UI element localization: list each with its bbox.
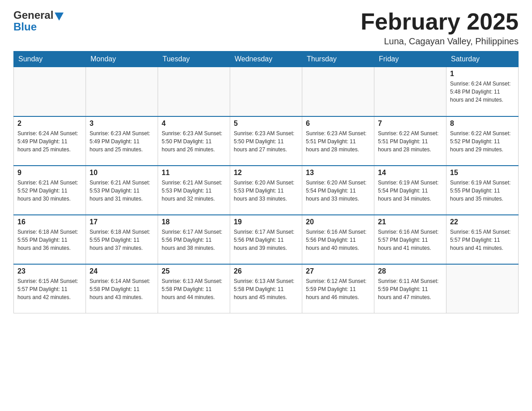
day-number: 11 [162,169,226,177]
column-header-wednesday: Wednesday [230,51,302,67]
logo-triangle-icon [55,13,64,21]
calendar-week-row: 9Sunrise: 6:21 AM Sunset: 5:52 PM Daylig… [14,166,519,215]
calendar-day-cell: 28Sunrise: 6:11 AM Sunset: 5:59 PM Dayli… [374,264,446,313]
calendar-day-cell: 12Sunrise: 6:20 AM Sunset: 5:53 PM Dayli… [230,166,302,215]
day-number: 12 [234,169,298,177]
day-info: Sunrise: 6:19 AM Sunset: 5:55 PM Dayligh… [450,179,515,203]
column-header-sunday: Sunday [14,51,86,67]
column-header-monday: Monday [86,51,158,67]
calendar-day-cell [302,67,374,116]
day-number: 15 [450,169,515,177]
calendar-table: SundayMondayTuesdayWednesdayThursdayFrid… [13,51,519,313]
calendar-day-cell [446,264,519,313]
calendar-week-row: 2Sunrise: 6:24 AM Sunset: 5:49 PM Daylig… [14,116,519,166]
day-info: Sunrise: 6:11 AM Sunset: 5:59 PM Dayligh… [378,277,442,301]
day-info: Sunrise: 6:16 AM Sunset: 5:56 PM Dayligh… [306,228,370,252]
day-number: 1 [450,70,515,78]
day-info: Sunrise: 6:17 AM Sunset: 5:56 PM Dayligh… [234,228,298,252]
day-info: Sunrise: 6:23 AM Sunset: 5:50 PM Dayligh… [234,129,298,154]
calendar-subtitle: Luna, Cagayan Valley, Philippines [360,36,519,47]
day-info: Sunrise: 6:20 AM Sunset: 5:53 PM Dayligh… [234,179,298,203]
day-number: 28 [378,267,442,275]
calendar-day-cell: 8Sunrise: 6:22 AM Sunset: 5:52 PM Daylig… [446,116,519,166]
day-number: 2 [17,120,82,128]
calendar-day-cell [374,67,446,116]
day-number: 7 [378,120,442,128]
day-info: Sunrise: 6:15 AM Sunset: 5:57 PM Dayligh… [450,228,515,252]
calendar-day-cell [230,67,302,116]
day-info: Sunrise: 6:16 AM Sunset: 5:57 PM Dayligh… [378,228,442,252]
day-info: Sunrise: 6:21 AM Sunset: 5:53 PM Dayligh… [162,179,226,203]
calendar-day-cell: 1Sunrise: 6:24 AM Sunset: 5:48 PM Daylig… [446,67,519,116]
day-info: Sunrise: 6:24 AM Sunset: 5:49 PM Dayligh… [17,129,82,154]
day-number: 23 [17,267,82,275]
day-info: Sunrise: 6:22 AM Sunset: 5:52 PM Dayligh… [450,129,515,154]
day-number: 13 [306,169,370,177]
logo: General Blue [13,9,64,33]
day-number: 4 [162,120,226,128]
calendar-day-cell: 15Sunrise: 6:19 AM Sunset: 5:55 PM Dayli… [446,166,519,215]
calendar-day-cell [14,67,86,116]
calendar-day-cell: 18Sunrise: 6:17 AM Sunset: 5:56 PM Dayli… [158,215,230,264]
calendar-day-cell: 5Sunrise: 6:23 AM Sunset: 5:50 PM Daylig… [230,116,302,166]
day-info: Sunrise: 6:17 AM Sunset: 5:56 PM Dayligh… [162,228,226,252]
calendar-day-cell: 25Sunrise: 6:13 AM Sunset: 5:58 PM Dayli… [158,264,230,313]
day-number: 19 [234,218,298,226]
day-number: 26 [234,267,298,275]
logo-blue-text: Blue [13,21,64,33]
calendar-day-cell: 6Sunrise: 6:23 AM Sunset: 5:51 PM Daylig… [302,116,374,166]
day-info: Sunrise: 6:18 AM Sunset: 5:55 PM Dayligh… [17,228,82,252]
calendar-header-row: SundayMondayTuesdayWednesdayThursdayFrid… [14,51,519,67]
calendar-title: February 2025 [360,9,519,34]
day-info: Sunrise: 6:13 AM Sunset: 5:58 PM Dayligh… [162,277,226,301]
day-info: Sunrise: 6:22 AM Sunset: 5:51 PM Dayligh… [378,129,442,154]
calendar-day-cell: 26Sunrise: 6:13 AM Sunset: 5:58 PM Dayli… [230,264,302,313]
day-info: Sunrise: 6:21 AM Sunset: 5:53 PM Dayligh… [90,179,154,203]
day-info: Sunrise: 6:19 AM Sunset: 5:54 PM Dayligh… [378,179,442,203]
calendar-day-cell: 27Sunrise: 6:12 AM Sunset: 5:59 PM Dayli… [302,264,374,313]
column-header-friday: Friday [374,51,446,67]
day-info: Sunrise: 6:23 AM Sunset: 5:51 PM Dayligh… [306,129,370,154]
day-number: 21 [378,218,442,226]
column-header-thursday: Thursday [302,51,374,67]
calendar-day-cell: 10Sunrise: 6:21 AM Sunset: 5:53 PM Dayli… [86,166,158,215]
calendar-day-cell: 9Sunrise: 6:21 AM Sunset: 5:52 PM Daylig… [14,166,86,215]
calendar-day-cell: 14Sunrise: 6:19 AM Sunset: 5:54 PM Dayli… [374,166,446,215]
day-info: Sunrise: 6:18 AM Sunset: 5:55 PM Dayligh… [90,228,154,252]
day-info: Sunrise: 6:21 AM Sunset: 5:52 PM Dayligh… [17,179,82,203]
day-info: Sunrise: 6:15 AM Sunset: 5:57 PM Dayligh… [17,277,82,301]
day-info: Sunrise: 6:23 AM Sunset: 5:50 PM Dayligh… [162,129,226,154]
calendar-day-cell: 22Sunrise: 6:15 AM Sunset: 5:57 PM Dayli… [446,215,519,264]
calendar-day-cell: 16Sunrise: 6:18 AM Sunset: 5:55 PM Dayli… [14,215,86,264]
day-number: 3 [90,120,154,128]
day-number: 10 [90,169,154,177]
day-number: 5 [234,120,298,128]
calendar-day-cell [158,67,230,116]
day-number: 8 [450,120,515,128]
day-number: 18 [162,218,226,226]
calendar-day-cell: 4Sunrise: 6:23 AM Sunset: 5:50 PM Daylig… [158,116,230,166]
calendar-day-cell: 20Sunrise: 6:16 AM Sunset: 5:56 PM Dayli… [302,215,374,264]
calendar-day-cell [86,67,158,116]
calendar-week-row: 1Sunrise: 6:24 AM Sunset: 5:48 PM Daylig… [14,67,519,116]
calendar-day-cell: 11Sunrise: 6:21 AM Sunset: 5:53 PM Dayli… [158,166,230,215]
day-info: Sunrise: 6:13 AM Sunset: 5:58 PM Dayligh… [234,277,298,301]
calendar-day-cell: 3Sunrise: 6:23 AM Sunset: 5:49 PM Daylig… [86,116,158,166]
title-section: February 2025 Luna, Cagayan Valley, Phil… [360,9,519,47]
day-number: 22 [450,218,515,226]
day-number: 9 [17,169,82,177]
calendar-day-cell: 17Sunrise: 6:18 AM Sunset: 5:55 PM Dayli… [86,215,158,264]
day-info: Sunrise: 6:24 AM Sunset: 5:48 PM Dayligh… [450,80,515,104]
column-header-saturday: Saturday [446,51,519,67]
day-number: 6 [306,120,370,128]
calendar-day-cell: 24Sunrise: 6:14 AM Sunset: 5:58 PM Dayli… [86,264,158,313]
day-number: 25 [162,267,226,275]
day-number: 27 [306,267,370,275]
calendar-week-row: 23Sunrise: 6:15 AM Sunset: 5:57 PM Dayli… [14,264,519,313]
page-header: General Blue February 2025 Luna, Cagayan… [13,9,519,47]
day-number: 14 [378,169,442,177]
day-number: 16 [17,218,82,226]
calendar-day-cell: 13Sunrise: 6:20 AM Sunset: 5:54 PM Dayli… [302,166,374,215]
calendar-day-cell: 23Sunrise: 6:15 AM Sunset: 5:57 PM Dayli… [14,264,86,313]
calendar-day-cell: 7Sunrise: 6:22 AM Sunset: 5:51 PM Daylig… [374,116,446,166]
